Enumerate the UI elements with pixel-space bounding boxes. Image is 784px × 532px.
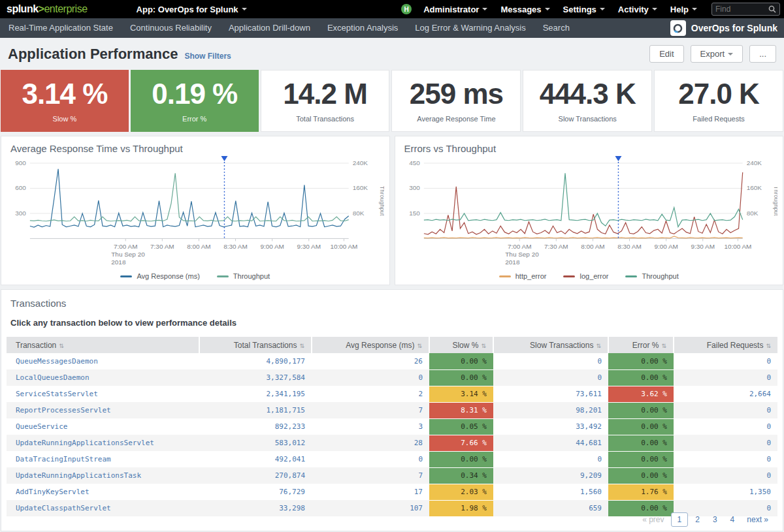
column-header-error-[interactable]: Error %⇅	[608, 337, 674, 353]
legend-item-throughput[interactable]: Throughput	[625, 272, 678, 280]
top-menu-label: Administrator	[423, 5, 479, 14]
legend-item-http-error[interactable]: http_error	[499, 272, 547, 280]
nav-item-real-time-application-state[interactable]: Real-Time Application State	[0, 18, 122, 38]
pagination-page-2[interactable]: 2	[689, 513, 706, 526]
failed-requests-cell: 0	[674, 467, 777, 484]
error-pct-cell: 0.00 %	[608, 435, 674, 451]
table-row[interactable]: UpdateRunningApplicationsServlet583,0122…	[7, 435, 777, 451]
transaction-link[interactable]: UpdateRunningApplicationsTask	[7, 467, 199, 484]
app-menu-label: App: OverOps for Splunk	[137, 5, 238, 14]
chart-legend: http_errorlog_errorThroughput	[400, 272, 778, 280]
total-transactions-cell: 1,181,715	[199, 402, 312, 418]
table-row[interactable]: LocalQueuesDaemon3,327,58400.00 %00.00 %…	[7, 369, 777, 386]
svg-text:7:00 AM: 7:00 AM	[507, 243, 531, 250]
svg-text:240K: 240K	[746, 159, 762, 166]
legend-item-throughput[interactable]: Throughput	[217, 272, 270, 280]
pagination-page-1[interactable]: 1	[671, 512, 689, 527]
svg-text:9:30 AM: 9:30 AM	[297, 243, 320, 250]
transaction-link[interactable]: UpdateClasspathServlet	[7, 500, 199, 516]
show-filters-link[interactable]: Show Filters	[184, 52, 231, 61]
table-row[interactable]: QueueMessagesDaemon4,890,177260.00 %00.0…	[7, 353, 777, 369]
column-header-transaction[interactable]: Transaction⇅	[7, 337, 199, 353]
pagination-page-4[interactable]: 4	[725, 513, 741, 526]
slow-pct-cell: 0.00 %	[429, 353, 493, 369]
table-row[interactable]: AddTinyKeyServlet76,729172.03 %1,5601.76…	[7, 484, 777, 500]
avg-response-cell: 0	[312, 369, 429, 386]
column-header-label: Failed Requests	[707, 341, 764, 350]
table-row[interactable]: DataTracingInputStream492,04100.00 %00.0…	[7, 451, 777, 467]
svg-text:300: 300	[409, 184, 420, 191]
pagination-next[interactable]: next »	[742, 513, 774, 526]
more-actions-button[interactable]: ...	[749, 45, 776, 63]
transaction-link[interactable]: ServiceStatsServlet	[7, 386, 199, 402]
nav-item-exception-analysis[interactable]: Exception Analysis	[319, 18, 406, 38]
kpi-tile-average-response-time: 259 msAverage Response Time	[391, 70, 521, 132]
errors-chart[interactable]: 450240K300160K15080K7:00 AMThu Sep 20201…	[400, 154, 778, 272]
app-menu[interactable]: App: OverOps for Splunk	[137, 5, 247, 14]
table-row[interactable]: ServiceStatsServlet2,341,19523.14 %73,61…	[7, 386, 777, 402]
transaction-link[interactable]: QueueService	[7, 418, 199, 435]
legend-label: Throughput	[233, 272, 270, 280]
page-title: Application Performance	[8, 46, 178, 63]
overops-logo-icon	[670, 20, 686, 36]
edit-button[interactable]: Edit	[649, 45, 683, 63]
transaction-link[interactable]: AddTinyKeyServlet	[7, 484, 199, 500]
top-menu-messages[interactable]: Messages	[494, 5, 556, 14]
pagination-page-3[interactable]: 3	[707, 513, 723, 526]
column-header-slow-transactions[interactable]: Slow Transactions⇅	[493, 337, 608, 353]
slow-pct-cell: 0.34 %	[429, 467, 493, 484]
slow-pct-cell: 0.00 %	[429, 369, 493, 386]
table-row[interactable]: QueueService892,23330.05 %33,4920.00 %0	[7, 418, 777, 435]
dashboard-header: Application Performance Show Filters Edi…	[0, 38, 784, 70]
transaction-link[interactable]: UpdateRunningApplicationsServlet	[7, 435, 199, 451]
chevron-down-icon	[242, 8, 247, 10]
transaction-link[interactable]: ReportProcessesServlet	[7, 402, 199, 418]
column-header-slow-[interactable]: Slow %⇅	[429, 337, 493, 353]
legend-item-log-error[interactable]: log_error	[563, 272, 608, 280]
transaction-link[interactable]: QueueMessagesDaemon	[7, 353, 199, 369]
avatar[interactable]: H	[401, 4, 412, 14]
kpi-label: Failed Requests	[693, 115, 745, 123]
legend-label: Throughput	[642, 272, 678, 280]
slow-pct-cell: 3.14 %	[429, 386, 493, 402]
column-header-avg-response-ms-[interactable]: Avg Response (ms)⇅	[312, 337, 429, 353]
column-header-total-transactions[interactable]: Total Transactions⇅	[199, 337, 312, 353]
total-transactions-cell: 2,341,195	[199, 386, 312, 402]
kpi-tile-failed-requests: 27.0 KFailed Requests	[654, 70, 783, 132]
kpi-label: Total Transactions	[296, 115, 354, 123]
nav-item-application-drill-down[interactable]: Application Drill-down	[220, 18, 319, 38]
svg-text:450: 450	[409, 159, 420, 166]
chevron-down-icon	[652, 8, 657, 10]
avg-response-cell: 7	[312, 467, 429, 484]
export-button[interactable]: Export	[691, 45, 743, 63]
legend-item-avg-response-ms-[interactable]: Avg Response (ms)	[120, 272, 199, 280]
find-input[interactable]	[715, 5, 768, 14]
nav-item-continuous-reliability[interactable]: Continuous Reliability	[122, 18, 220, 38]
table-row[interactable]: ReportProcessesServlet1,181,71578.31 %98…	[7, 402, 777, 418]
svg-text:150: 150	[409, 210, 420, 217]
transaction-link[interactable]: DataTracingInputStream	[7, 451, 199, 467]
column-header-label: Slow Transactions	[530, 341, 593, 350]
top-menu-administrator[interactable]: Administrator	[417, 5, 494, 14]
top-menu-activity[interactable]: Activity	[612, 5, 664, 14]
pagination: « prev1234next »	[637, 512, 774, 527]
transactions-subtitle: Click any transaction below to view perf…	[7, 318, 777, 328]
kpi-label: Error %	[182, 115, 206, 123]
top-menu-label: Help	[670, 5, 689, 14]
slow-pct-cell: 8.31 %	[429, 402, 493, 418]
find-search-box[interactable]	[711, 3, 780, 16]
svg-text:80K: 80K	[746, 210, 758, 217]
nav-item-search[interactable]: Search	[534, 18, 578, 38]
nav-item-log-error-warning-analysis[interactable]: Log Error & Warning Analysis	[406, 18, 534, 38]
top-menu-settings[interactable]: Settings	[557, 5, 612, 14]
column-header-failed-requests[interactable]: Failed Requests⇅	[674, 337, 777, 353]
top-menu-help[interactable]: Help	[664, 5, 704, 14]
transaction-link[interactable]: LocalQueuesDaemon	[7, 369, 199, 386]
kpi-value: 14.2 M	[283, 80, 367, 108]
table-row[interactable]: UpdateRunningApplicationsTask270,87470.3…	[7, 467, 777, 484]
pagination-prev: « prev	[637, 513, 669, 526]
svg-text:7:30 AM: 7:30 AM	[544, 243, 568, 250]
avg-response-cell: 17	[312, 484, 429, 500]
avg-response-chart[interactable]: 900240K600160K30080K7:00 AMThu Sep 20201…	[7, 154, 384, 272]
splunk-top-bar: splunk>enterprise App: OverOps for Splun…	[0, 0, 784, 18]
